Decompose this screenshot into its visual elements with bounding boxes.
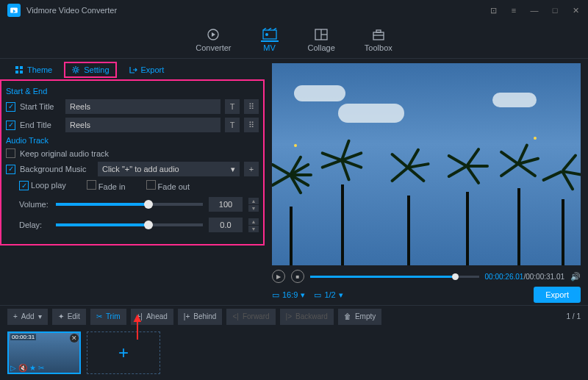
delay-down-button[interactable]: ▼ xyxy=(248,226,259,232)
svg-rect-14 xyxy=(15,71,18,74)
clip-star-icon[interactable]: ★ xyxy=(29,364,36,372)
volume-value[interactable]: 100 xyxy=(209,197,243,212)
app-logo-icon xyxy=(7,4,21,17)
chevron-down-icon: ▾ xyxy=(38,312,42,320)
nav-label: Collage xyxy=(308,43,335,52)
delay-up-button[interactable]: ▲ xyxy=(248,218,259,225)
stop-button[interactable]: ■ xyxy=(291,270,304,283)
bg-music-checkbox[interactable] xyxy=(6,165,15,174)
backward-icon: |> xyxy=(286,312,292,320)
maximize-icon[interactable]: □ xyxy=(550,6,560,15)
aspect-ratio-select[interactable]: ▭ 16:9 ▾ xyxy=(272,290,305,300)
behind-icon: |+ xyxy=(184,312,190,320)
bg-music-select[interactable]: Click "+" to add audio ▾ xyxy=(98,162,240,176)
theme-icon xyxy=(15,65,24,74)
main-nav: Converter MV Collage Toolbox xyxy=(0,21,588,59)
svg-rect-10 xyxy=(376,30,381,32)
aspect-icon: ▭ xyxy=(272,290,279,300)
empty-button[interactable]: 🗑Empty xyxy=(338,309,381,325)
toolbox-icon xyxy=(370,27,387,42)
bottom-toolbar: +Add▾ ✦Edit ✂Trim +|Ahead |+Behind <|For… xyxy=(0,305,588,327)
clip-play-icon[interactable]: ▷ xyxy=(10,364,16,372)
clip-duration: 00:00:31 xyxy=(10,334,36,340)
loop-checkbox[interactable] xyxy=(19,181,29,190)
title-bar: Vidmore Video Converter ⊡ ≡ — □ ✕ xyxy=(0,0,588,21)
forward-icon: <| xyxy=(232,312,238,320)
end-title-checkbox[interactable] xyxy=(6,121,15,130)
nav-converter[interactable]: Converter xyxy=(196,27,231,52)
plus-icon: + xyxy=(13,312,18,320)
svg-rect-4 xyxy=(263,30,276,39)
bg-music-label: Background Music xyxy=(20,165,93,173)
chevron-down-icon: ▾ xyxy=(339,290,343,300)
timeline-slider[interactable] xyxy=(310,276,479,278)
svg-rect-9 xyxy=(373,32,384,40)
tab-setting[interactable]: Setting xyxy=(64,62,116,78)
settings-highlight-box: Start & End Start Title T ⠿ End Title T … xyxy=(0,79,265,245)
keep-original-label: Keep original audio track xyxy=(20,149,109,158)
fadeout-checkbox[interactable] xyxy=(146,180,156,190)
time-display: 00:00:26.01/00:00:31.01 xyxy=(485,273,564,281)
add-button[interactable]: +Add▾ xyxy=(7,309,48,325)
nav-toolbox[interactable]: Toolbox xyxy=(365,27,392,52)
section-start-end: Start & End xyxy=(6,87,259,96)
volume-slider[interactable] xyxy=(56,203,203,206)
edit-button[interactable]: ✦Edit xyxy=(52,309,86,325)
keep-original-checkbox[interactable] xyxy=(6,148,15,158)
zoom-icon: ▭ xyxy=(314,290,321,300)
play-button[interactable]: ▶ xyxy=(272,270,285,283)
nav-label: MV xyxy=(263,43,276,52)
feedback-icon[interactable]: ⊡ xyxy=(488,6,498,15)
svg-point-5 xyxy=(265,33,268,36)
nav-collage[interactable]: Collage xyxy=(308,27,335,52)
clip-scissors-icon[interactable]: ✂ xyxy=(38,364,44,372)
converter-icon xyxy=(204,27,222,42)
zoom-select[interactable]: ▭ 1/2 ▾ xyxy=(314,290,343,300)
behind-button[interactable]: |+Behind xyxy=(178,309,223,325)
clip-mute-icon[interactable]: 🔇 xyxy=(18,364,27,372)
app-title: Vidmore Video Converter xyxy=(26,6,488,15)
text-style-button[interactable]: T xyxy=(225,118,240,132)
svg-point-16 xyxy=(74,68,77,71)
nav-mv[interactable]: MV xyxy=(261,27,279,52)
video-preview[interactable] xyxy=(272,63,581,265)
volume-label: Volume: xyxy=(19,200,50,209)
grid-button[interactable]: ⠿ xyxy=(244,99,259,114)
volume-icon[interactable]: 🔊 xyxy=(570,272,581,282)
svg-rect-12 xyxy=(15,66,18,69)
svg-marker-3 xyxy=(212,32,215,37)
add-audio-button[interactable]: + xyxy=(244,162,259,176)
minimize-icon[interactable]: — xyxy=(529,6,539,15)
export-icon xyxy=(129,65,137,74)
mv-icon xyxy=(261,27,279,42)
grid-button[interactable]: ⠿ xyxy=(244,118,259,132)
export-button[interactable]: Export xyxy=(534,287,581,303)
close-icon[interactable]: ✕ xyxy=(570,6,581,15)
volume-down-button[interactable]: ▼ xyxy=(248,205,259,212)
menu-icon[interactable]: ≡ xyxy=(509,6,519,15)
text-style-button[interactable]: T xyxy=(225,99,240,114)
trash-icon: 🗑 xyxy=(344,312,351,320)
start-title-input[interactable] xyxy=(65,99,220,114)
fadein-checkbox[interactable] xyxy=(87,180,96,190)
sub-nav: Theme Setting Export xyxy=(0,59,265,81)
end-title-label: End Title xyxy=(20,121,61,129)
forward-button[interactable]: <|Forward xyxy=(226,309,275,325)
loop-label: Loop play xyxy=(31,181,66,190)
start-title-checkbox[interactable] xyxy=(6,102,15,112)
tab-theme[interactable]: Theme xyxy=(9,63,58,76)
backward-button[interactable]: |>Backward xyxy=(280,309,334,325)
section-audio: Audio Track xyxy=(6,136,259,145)
remove-clip-button[interactable]: ✕ xyxy=(70,334,79,343)
end-title-input[interactable] xyxy=(65,118,220,132)
add-clip-button[interactable]: + xyxy=(87,331,160,374)
chevron-down-icon: ▾ xyxy=(231,165,235,174)
nav-label: Converter xyxy=(196,43,231,52)
trim-button[interactable]: ✂Trim xyxy=(90,309,126,325)
delay-slider[interactable] xyxy=(56,223,203,226)
clip-thumbnail[interactable]: 00:00:31 ✕ ▷ 🔇 ★ ✂ xyxy=(7,331,81,374)
delay-value[interactable]: 0.0 xyxy=(209,218,243,232)
tab-export[interactable]: Export xyxy=(123,63,171,76)
start-title-label: Start Title xyxy=(20,102,61,111)
volume-up-button[interactable]: ▲ xyxy=(248,198,259,204)
